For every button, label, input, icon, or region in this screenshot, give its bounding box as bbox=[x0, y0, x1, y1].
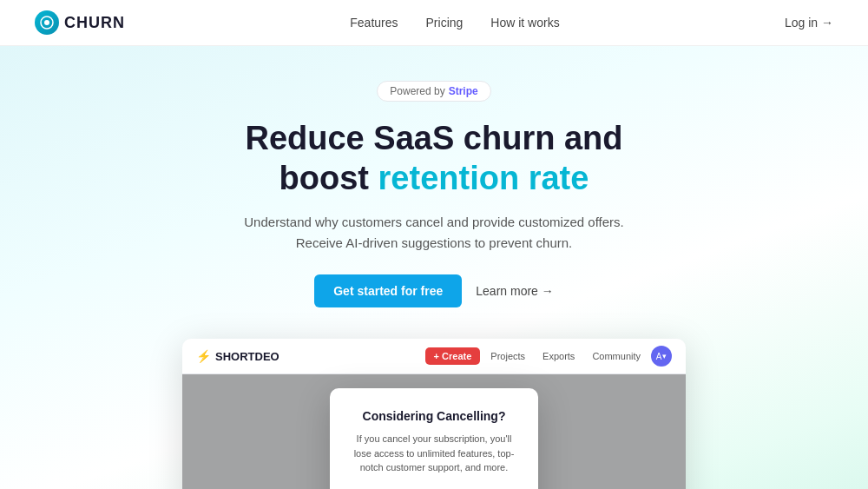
login-link[interactable]: Log in → bbox=[785, 16, 833, 30]
demo-topbar: ⚡ SHORTDEO + Create Projects Exports Com… bbox=[182, 339, 686, 374]
demo-nav-community[interactable]: Community bbox=[585, 347, 648, 365]
demo-logo-bolt: ⚡ bbox=[196, 349, 211, 363]
cta-secondary-button[interactable]: Learn more → bbox=[476, 284, 553, 298]
demo-window: ⚡ SHORTDEO + Create Projects Exports Com… bbox=[182, 339, 686, 489]
demo-content: My Profile Email address Reset password … bbox=[182, 374, 686, 489]
cta-primary-button[interactable]: Get started for free bbox=[314, 274, 462, 307]
hero-title-line2-normal: boost bbox=[279, 160, 378, 196]
hero-title: Reduce SaaS churn and boost retention ra… bbox=[17, 119, 851, 198]
demo-nav: + Create Projects Exports Community A ▾ bbox=[425, 346, 672, 367]
demo-logo: ⚡ SHORTDEO bbox=[196, 349, 279, 363]
svg-point-1 bbox=[44, 20, 49, 25]
nav-features[interactable]: Features bbox=[350, 16, 398, 30]
demo-avatar[interactable]: A ▾ bbox=[651, 346, 672, 367]
stripe-brand: Stripe bbox=[449, 85, 478, 97]
logo[interactable]: CHURN bbox=[35, 10, 125, 35]
modal-overlay: Considering Cancelling? If you cancel yo… bbox=[182, 374, 686, 489]
hero-section: Powered by Stripe Reduce SaaS churn and … bbox=[0, 46, 868, 489]
nav-how-it-works[interactable]: How it works bbox=[490, 16, 559, 30]
logo-text: CHURN bbox=[64, 14, 125, 32]
nav-links: Features Pricing How it works bbox=[350, 16, 559, 30]
modal-title: Considering Cancelling? bbox=[351, 409, 517, 423]
demo-create-button[interactable]: + Create bbox=[425, 347, 481, 365]
modal-text: If you cancel your subscription, you'll … bbox=[351, 432, 517, 475]
powered-by-text: Powered by bbox=[390, 85, 444, 97]
hero-subtitle: Understand why customers cancel and prov… bbox=[17, 212, 851, 254]
hero-subtitle-line1: Understand why customers cancel and prov… bbox=[244, 215, 623, 229]
demo-wrapper: ⚡ SHORTDEO + Create Projects Exports Com… bbox=[182, 339, 686, 489]
nav-pricing[interactable]: Pricing bbox=[426, 16, 464, 30]
demo-nav-projects[interactable]: Projects bbox=[483, 347, 532, 365]
hero-title-line1: Reduce SaaS churn and bbox=[245, 120, 622, 156]
hero-buttons: Get started for free Learn more → bbox=[17, 274, 851, 307]
cancellation-modal: Considering Cancelling? If you cancel yo… bbox=[330, 388, 538, 489]
demo-nav-exports[interactable]: Exports bbox=[536, 347, 582, 365]
powered-by-badge: Powered by Stripe bbox=[377, 81, 490, 102]
hero-subtitle-line2: Receive AI-driven suggestions to prevent… bbox=[296, 235, 573, 250]
hero-title-accent: retention rate bbox=[378, 160, 589, 196]
demo-logo-text: SHORTDEO bbox=[215, 350, 279, 363]
navbar: CHURN Features Pricing How it works Log … bbox=[0, 0, 868, 46]
logo-icon bbox=[35, 10, 59, 35]
